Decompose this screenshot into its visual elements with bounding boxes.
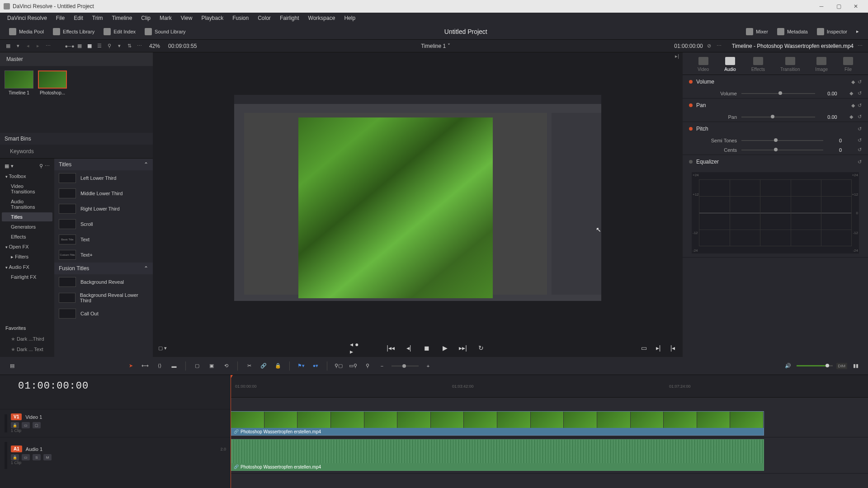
reset-icon[interactable]: ↺ (858, 79, 862, 85)
effect-background-reveal[interactable]: Background Reveal (54, 274, 153, 290)
tree-generators[interactable]: Generators (2, 222, 52, 231)
favorite-item[interactable]: Dark ... Text (2, 345, 52, 354)
zoom-in-icon[interactable]: + (423, 361, 433, 371)
bypass-icon[interactable]: ⊘ (706, 42, 713, 50)
slider-icon[interactable]: ●─● (66, 42, 73, 50)
titles-section-header[interactable]: Titles⌃ (54, 159, 153, 170)
volume-slider[interactable] (741, 93, 815, 94)
meter-icon[interactable]: ▮▮ (851, 361, 861, 371)
link-icon[interactable]: 🔗 (259, 361, 269, 371)
menu-mark[interactable]: Mark (156, 14, 175, 22)
inspector-tab-file[interactable]: File (843, 57, 853, 72)
reset-icon[interactable]: ↺ (858, 147, 862, 153)
prev-clip-icon[interactable]: |◂ (668, 343, 677, 352)
go-last-button[interactable]: ▸▸| (458, 343, 467, 352)
effect-middle-lower-third[interactable]: Middle Lower Third (54, 186, 153, 201)
blade-tool[interactable]: ▬ (169, 361, 179, 371)
keyframe-icon[interactable]: ◆ (849, 90, 853, 96)
effect-call-out[interactable]: Call Out (54, 306, 153, 321)
minimize-button[interactable]: ─ (813, 2, 830, 11)
reset-icon[interactable]: ↺ (858, 126, 862, 132)
razor-icon[interactable]: ✂ (244, 361, 254, 371)
effect-text-plus[interactable]: Custom TitleText+ (54, 247, 153, 263)
step-back-button[interactable]: ◂| (404, 343, 413, 352)
insert-tool[interactable]: ▢ (192, 361, 202, 371)
next-clip-icon[interactable]: ▸| (654, 343, 663, 352)
edit-index-button[interactable]: Edit Index (99, 23, 140, 39)
solo-button[interactable]: S (33, 454, 41, 460)
cents-slider[interactable] (741, 150, 823, 150)
tree-toolbox[interactable]: Toolbox (2, 172, 52, 181)
metadata-button[interactable]: Metadata (773, 23, 812, 39)
inspector-button[interactable]: Inspector (812, 23, 852, 39)
effect-left-lower-third[interactable]: Left Lower Third (54, 170, 153, 186)
disable-track-icon[interactable]: ▢ (33, 422, 41, 428)
effects-view-icon[interactable]: ▦ (5, 163, 9, 169)
play-button[interactable]: ▶ (440, 343, 449, 352)
reset-icon[interactable]: ↺ (858, 103, 862, 108)
loop-button[interactable]: ↻ (476, 343, 486, 352)
keyframe-icon[interactable]: ◆ (851, 103, 855, 108)
menu-timeline[interactable]: Timeline (108, 14, 136, 22)
fusion-titles-section-header[interactable]: Fusion Titles⌃ (54, 263, 153, 274)
menu-file[interactable]: File (52, 14, 68, 22)
prev-edit-icon[interactable]: ◂ ● ▸ (350, 343, 359, 352)
tree-video-transitions[interactable]: Video Transitions (2, 182, 52, 196)
tree-fairlight[interactable]: Fairlight FX (2, 272, 52, 282)
enable-dot-icon[interactable] (689, 127, 693, 131)
marker-dropdown[interactable]: ●▾ (311, 361, 321, 371)
list-view-icon[interactable]: ☰ (96, 42, 103, 50)
more-icon[interactable]: ⋯ (45, 163, 50, 169)
maximize-button[interactable]: ▢ (830, 2, 847, 11)
custom-zoom-icon[interactable]: ⚲ (363, 361, 373, 371)
go-first-button[interactable]: |◂◂ (386, 343, 395, 352)
dynamic-trim-tool[interactable]: ⟨⟩ (155, 361, 165, 371)
inspector-tab-transition[interactable]: Transition (780, 57, 800, 72)
viewer-zoom[interactable]: 42% (149, 43, 160, 49)
effect-scroll[interactable]: Scroll (54, 216, 153, 232)
go-last-icon[interactable]: ▸| (675, 53, 679, 56)
zoom-slider[interactable] (392, 366, 419, 366)
flag-dropdown[interactable]: ⚑▾ (296, 361, 306, 371)
reset-icon[interactable]: ↺ (858, 90, 862, 96)
menu-edit[interactable]: Edit (70, 14, 87, 22)
zoom-out-icon[interactable]: − (377, 361, 387, 371)
more-icon[interactable]: ⋯ (44, 42, 52, 50)
effect-background-reveal-lower[interactable]: Background Reveal Lower Third (54, 290, 153, 306)
inspector-tab-effects[interactable]: Effects (751, 57, 765, 72)
bin-view-icon[interactable]: ▦ (5, 42, 12, 50)
auto-select-icon[interactable]: ▭ (22, 422, 30, 428)
pan-slider[interactable] (741, 117, 815, 117)
search-icon[interactable]: ⚲ (39, 163, 43, 169)
more-icon-2[interactable]: ⋯ (136, 42, 143, 50)
semitones-slider[interactable] (741, 140, 823, 141)
monitor-volume-slider[interactable] (797, 365, 833, 366)
tree-audio-transitions[interactable]: Audio Transitions (2, 197, 52, 211)
effect-text[interactable]: Basic TitleText (54, 232, 153, 247)
close-button[interactable]: ✕ (847, 2, 864, 11)
tree-audiofx[interactable]: Audio FX (2, 263, 52, 272)
enable-dot-icon[interactable] (689, 103, 693, 107)
timeline-ruler[interactable]: 01:00:00:00 01:03:42:00 01:07:24:00 (231, 375, 868, 398)
tree-filters[interactable]: ▸ Filters (2, 252, 52, 262)
menu-view[interactable]: View (177, 14, 196, 22)
mute-button[interactable]: M (43, 454, 52, 460)
overwrite-tool[interactable]: ▣ (207, 361, 217, 371)
chevron-down-icon[interactable]: ▾ (14, 42, 22, 50)
more-icon-4[interactable]: ⋯ (856, 42, 863, 50)
stop-button[interactable]: ◼ (422, 343, 431, 352)
menu-davinci[interactable]: DaVinci Resolve (4, 14, 51, 22)
inspector-tab-audio[interactable]: Audio (724, 57, 736, 72)
sound-library-button[interactable]: Sound Library (140, 23, 190, 39)
reset-icon[interactable]: ↺ (858, 114, 862, 120)
menu-trim[interactable]: Trim (89, 14, 107, 22)
pan-value[interactable]: 0.00 (820, 114, 845, 120)
viewer-mode-dropdown[interactable]: ▢ ▾ (158, 345, 167, 351)
video-track-row[interactable]: 🔗Photoshop Wassertropfen erstellen.mp4 (231, 409, 868, 437)
menu-clip[interactable]: Clip (137, 14, 154, 22)
thumb-grid-icon[interactable]: ▦ (76, 42, 83, 50)
inspector-tab-image[interactable]: Image (815, 57, 828, 72)
search-icon[interactable]: ⚲ (106, 42, 113, 50)
expand-button[interactable]: ▸ (852, 23, 863, 39)
video-clip[interactable]: 🔗Photoshop Wassertropfen erstellen.mp4 (231, 411, 764, 436)
